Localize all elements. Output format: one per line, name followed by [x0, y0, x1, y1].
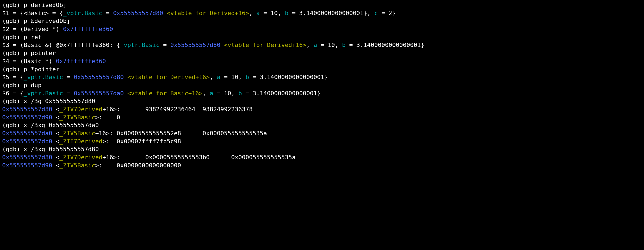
gdb-output-line: 0x555555557d80 <_ZTV7Derived+16>: 938249…: [2, 105, 642, 113]
gdb-text-segment: 0x555555557d90: [2, 162, 52, 169]
gdb-command-text: x /3xg 0x555555557da0: [24, 122, 99, 129]
gdb-text-segment: _ZTV5Basic: [59, 162, 95, 169]
gdb-prompt: (gdb): [2, 98, 24, 104]
gdb-prompt: (gdb): [2, 82, 24, 89]
gdb-output-line: 0x555555557d80 <_ZTV7Derived+16>: 0x0000…: [2, 153, 642, 161]
gdb-text-segment: _vptr.Basic: [24, 90, 63, 97]
gdb-output-line: 0x555555557da0 <_ZTV5Basic+16>: 0x000055…: [2, 129, 642, 137]
gdb-output-line: $5 = {_vptr.Basic = 0x555555557d80 <vtab…: [2, 73, 642, 81]
gdb-text-segment: <vtable for Derived+16>: [224, 42, 306, 48]
gdb-command-line: (gdb) p *pointer: [2, 65, 642, 73]
gdb-text-segment: <: [52, 114, 59, 121]
gdb-text-segment: >: 0x0000000000000000: [95, 162, 181, 169]
gdb-prompt: (gdb): [2, 2, 24, 8]
gdb-text-segment: $3 = (Basic &) @0x7fffffffe360: {: [2, 42, 120, 48]
gdb-command-text: x /3g 0x555555557d80: [24, 98, 95, 104]
gdb-command-text: p ref: [24, 34, 41, 40]
gdb-text-segment: a: [210, 90, 213, 97]
gdb-text-segment: _ZTV5Basic: [59, 114, 95, 121]
gdb-text-segment: = 10,: [213, 90, 239, 97]
gdb-command-line: (gdb) p pointer: [2, 49, 642, 57]
gdb-text-segment: _ZTI7Derived: [59, 138, 102, 145]
gdb-prompt: (gdb): [2, 34, 24, 40]
gdb-text-segment: <: [52, 130, 59, 137]
gdb-text-segment: <vtable for Derived+16>: [167, 10, 249, 16]
gdb-text-segment: b: [285, 10, 288, 16]
gdb-text-segment: _vptr.Basic: [24, 74, 63, 80]
gdb-text-segment: ,: [306, 42, 314, 48]
gdb-text-segment: a: [256, 10, 260, 16]
gdb-text-segment: 0x555555557d90: [2, 114, 52, 121]
gdb-command-line: (gdb) p dup: [2, 81, 642, 89]
gdb-text-segment: _ZTV5Basic: [59, 130, 95, 137]
gdb-text-segment: +16>: 0x00005555555553b0 0x0000555555555…: [102, 154, 296, 161]
gdb-text-segment: = 10,: [260, 10, 285, 16]
gdb-text-segment: $2 = (Derived *): [2, 26, 63, 32]
gdb-text-segment: <: [52, 138, 59, 145]
gdb-output-line: 0x555555557d90 <_ZTV5Basic>: 0: [2, 113, 642, 121]
gdb-terminal[interactable]: (gdb) p derivedObj$1 = {<Basic> = {_vptr…: [0, 0, 644, 170]
gdb-output-line: $2 = (Derived *) 0x7fffffffe360: [2, 25, 642, 33]
gdb-command-text: p pointer: [24, 50, 56, 56]
gdb-prompt: (gdb): [2, 122, 24, 129]
gdb-text-segment: [124, 74, 127, 80]
gdb-text-segment: b: [238, 90, 242, 97]
gdb-text-segment: a: [313, 42, 317, 48]
gdb-text-segment: $4 = (Basic *): [2, 58, 56, 65]
gdb-text-segment: = 3.1400000000000001},: [289, 10, 374, 16]
gdb-command-line: (gdb) x /3xg 0x555555557d80: [2, 145, 642, 153]
gdb-output-line: $1 = {<Basic> = {_vptr.Basic = 0x5555555…: [2, 9, 642, 17]
gdb-text-segment: 0x555555557da0: [2, 130, 52, 137]
gdb-command-text: p derivedObj: [24, 2, 66, 8]
gdb-text-segment: +16>: 0x00005555555552e8 0x0000555555555…: [95, 130, 267, 137]
gdb-text-segment: <vtable for Basic+16>: [128, 90, 203, 97]
gdb-text-segment: 0x555555557d80: [2, 154, 52, 161]
gdb-command-line: (gdb) x /3xg 0x555555557da0: [2, 121, 642, 129]
gdb-text-segment: 0x555555557d80: [113, 10, 163, 16]
gdb-text-segment: = 10,: [317, 42, 342, 48]
gdb-text-segment: <: [52, 162, 59, 169]
gdb-text-segment: _vptr.Basic: [120, 42, 160, 48]
gdb-text-segment: [220, 42, 224, 48]
gdb-text-segment: = 3.1400000000000001}: [346, 42, 424, 48]
gdb-text-segment: ,: [249, 10, 256, 16]
gdb-output-line: 0x555555557db0 <_ZTI7Derived>: 0x00007ff…: [2, 137, 642, 146]
gdb-text-segment: a: [217, 74, 220, 80]
gdb-prompt: (gdb): [2, 50, 24, 56]
gdb-text-segment: [124, 90, 127, 97]
gdb-text-segment: 0x555555557d80: [170, 42, 220, 48]
gdb-text-segment: $1 = {<Basic> = {: [2, 10, 63, 16]
gdb-text-segment: >: 0x00007ffff7fb5c98: [102, 138, 181, 145]
gdb-text-segment: >: 0: [95, 114, 120, 121]
gdb-text-segment: b: [342, 42, 346, 48]
gdb-prompt: (gdb): [2, 18, 24, 24]
gdb-text-segment: <vtable for Derived+16>: [128, 74, 210, 80]
gdb-command-line: (gdb) p ref: [2, 33, 642, 41]
gdb-text-segment: 0x7fffffffe360: [56, 58, 106, 65]
gdb-prompt: (gdb): [2, 146, 24, 153]
gdb-text-segment: = 2}: [378, 10, 396, 16]
gdb-text-segment: =: [63, 74, 74, 80]
gdb-text-segment: $6 = {: [2, 90, 24, 97]
gdb-text-segment: 0x555555557db0: [2, 138, 52, 145]
gdb-text-segment: =: [102, 10, 113, 16]
gdb-output-line: 0x555555557d90 <_ZTV5Basic>: 0x000000000…: [2, 161, 642, 170]
gdb-command-text: p *pointer: [24, 66, 59, 73]
gdb-text-segment: c: [374, 10, 378, 16]
gdb-command-text: p dup: [24, 82, 41, 89]
gdb-text-segment: +16>: 93824992236464 93824992236378: [102, 106, 253, 113]
gdb-text-segment: =: [160, 42, 170, 48]
gdb-text-segment: =: [63, 90, 74, 97]
gdb-text-segment: = 3.1400000000000001}: [249, 74, 328, 80]
gdb-text-segment: 0x555555557d80: [74, 74, 124, 80]
gdb-text-segment: 0x555555557d80: [2, 106, 52, 113]
gdb-output-line: $3 = (Basic &) @0x7fffffffe360: {_vptr.B…: [2, 41, 642, 49]
gdb-command-text: x /3xg 0x555555557d80: [24, 146, 99, 153]
gdb-prompt: (gdb): [2, 66, 24, 73]
gdb-text-segment: = 3.1400000000000001}: [242, 90, 321, 97]
gdb-command-line: (gdb) p &derivedObj: [2, 17, 642, 25]
gdb-text-segment: _vptr.Basic: [63, 10, 102, 16]
gdb-text-segment: b: [246, 74, 249, 80]
gdb-text-segment: ,: [203, 90, 210, 97]
gdb-command-line: (gdb) p derivedObj: [2, 1, 642, 9]
